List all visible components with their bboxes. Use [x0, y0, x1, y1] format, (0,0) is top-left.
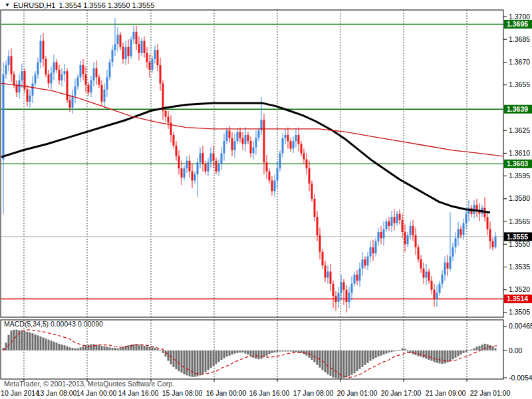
- time-tick-label: 15 Jan 08:00: [162, 389, 203, 397]
- candle-bull: [407, 235, 409, 245]
- macd-bar: [210, 350, 212, 368]
- macd-bar: [285, 350, 287, 352]
- macd-bar: [428, 350, 430, 360]
- candle-bull: [396, 214, 398, 223]
- candle-bear: [399, 214, 401, 220]
- macd-bar: [327, 350, 329, 374]
- candle-bear: [149, 62, 151, 69]
- candle-bull: [410, 226, 412, 235]
- candle-bear: [317, 217, 319, 235]
- candle-bull: [210, 153, 212, 162]
- macd-bar: [8, 335, 10, 350]
- candle-bear: [428, 271, 430, 281]
- candle-bull: [51, 72, 53, 83]
- candle-bear: [192, 172, 194, 181]
- price-tick-label: 1.3565: [509, 217, 530, 225]
- macd-bar: [362, 350, 364, 367]
- macd-bar: [269, 350, 271, 354]
- candle-bear: [213, 153, 215, 160]
- candle-bear: [364, 259, 366, 265]
- price-tick-label: 1.3580: [509, 194, 530, 202]
- price-tick-label: 1.3535: [509, 263, 530, 271]
- macd-bar: [200, 350, 201, 375]
- candle-bull: [40, 41, 42, 63]
- candle-bear: [309, 168, 311, 184]
- candle-bull: [450, 257, 452, 269]
- macd-bar: [450, 350, 452, 361]
- candle-bull: [359, 269, 361, 281]
- macd-bar: [404, 349, 406, 350]
- price-tick-label: 1.3520: [509, 285, 530, 293]
- macd-bar: [255, 350, 257, 358]
- macd-bar: [274, 350, 276, 352]
- macd-bar: [370, 350, 372, 361]
- macd-bar: [396, 350, 398, 351]
- macd-bar: [346, 350, 348, 378]
- macd-bar: [138, 344, 140, 350]
- candle-bear: [415, 235, 417, 247]
- candle-bear: [404, 232, 406, 244]
- time-tick-label: 14 Jan 00:00: [76, 389, 117, 397]
- macd-bar: [412, 350, 414, 354]
- time-tick-label: 17 Jan 08:00: [293, 389, 334, 397]
- macd-bar: [253, 350, 255, 358]
- candle-bull: [444, 263, 446, 275]
- candle-bear: [138, 44, 140, 53]
- price-tick-label: 1.3505: [509, 308, 530, 316]
- macd-bar: [114, 348, 116, 350]
- macd-bar: [77, 348, 79, 350]
- candle-bear: [303, 153, 305, 159]
- candle-bull: [186, 161, 188, 168]
- macd-tick-label: 0.00: [509, 346, 523, 354]
- macd-bar: [471, 349, 473, 350]
- candle-bull: [109, 62, 111, 77]
- candle-bull: [340, 282, 342, 293]
- macd-bar: [234, 350, 236, 354]
- ohlc-quote-label: 1.3554 1.3556 1.3550 1.3555: [59, 1, 155, 9]
- candle-bull: [223, 141, 225, 153]
- candle-bull: [104, 90, 106, 102]
- price-tick-label: 1.3655: [509, 80, 530, 88]
- macd-bar: [343, 350, 345, 378]
- candle-bull: [362, 259, 364, 269]
- candle-bull: [218, 164, 220, 171]
- macd-bar: [109, 347, 111, 350]
- price-level-text: 1.3639: [507, 105, 528, 113]
- macd-bar: [420, 350, 422, 356]
- macd-tick-label: -0.0054: [509, 374, 532, 382]
- macd-bar: [263, 350, 265, 357]
- candle-bull: [338, 293, 340, 302]
- macd-bar: [332, 350, 334, 378]
- macd-bar: [104, 346, 106, 350]
- macd-bar: [189, 350, 191, 376]
- macd-bar: [271, 350, 273, 353]
- macd-bar: [287, 350, 289, 352]
- candle-bull: [141, 41, 143, 53]
- macd-bar: [231, 350, 233, 354]
- macd-bar: [43, 338, 45, 351]
- candle-bull: [234, 141, 236, 150]
- macd-bar: [492, 346, 494, 350]
- macd-bar: [29, 332, 31, 350]
- candle-bear: [423, 269, 425, 278]
- time-axis[interactable]: 10 Jan 201413 Jan 08:0014 Jan 00:0014 Ja…: [1, 389, 510, 397]
- macd-bar: [21, 331, 23, 350]
- candle-bear: [322, 252, 324, 266]
- candle-bear: [311, 184, 313, 199]
- candle-bear: [136, 32, 138, 44]
- macd-bar: [37, 335, 39, 350]
- macd-bar: [239, 350, 241, 352]
- macd-bar: [311, 350, 313, 360]
- candle-bear: [487, 217, 489, 229]
- price-chart-canvas[interactable]: MACD(5,34,5) 0.00043 0.000901.37001.3685…: [0, 0, 532, 399]
- symbol-header: ▼ EURUSD,H1 1.3554 1.3556 1.3550 1.3555: [5, 1, 154, 9]
- macd-bar: [442, 350, 444, 364]
- macd-bar: [202, 350, 204, 374]
- candle-bull: [226, 130, 228, 141]
- candle-bear: [447, 263, 449, 269]
- macd-bar: [383, 350, 385, 354]
- macd-bar: [386, 350, 388, 354]
- candle-bull: [21, 71, 23, 80]
- candle-bear: [239, 132, 241, 138]
- macd-bar: [495, 348, 497, 350]
